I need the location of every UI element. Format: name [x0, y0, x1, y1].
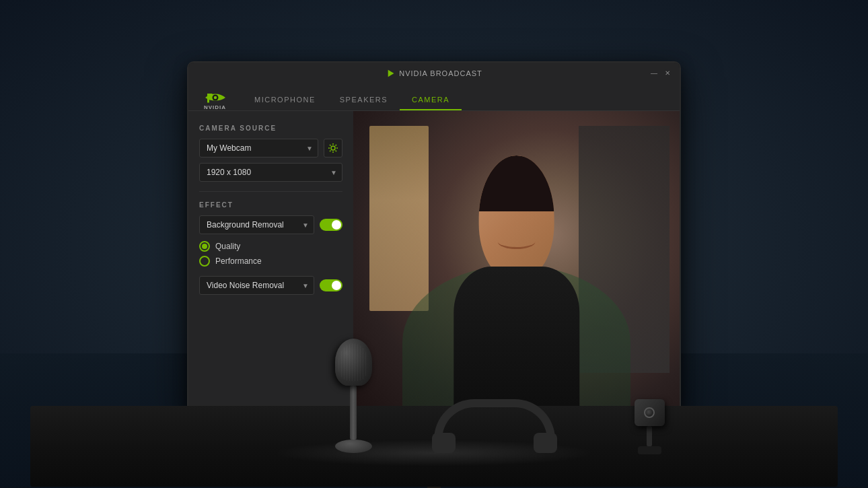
effect2-dropdown-wrapper: Video Noise Removal ▼ [199, 276, 314, 295]
headphones-ear-right [534, 433, 557, 453]
close-button[interactable]: ✕ [663, 69, 672, 77]
app-title: NVIDIA BROADCAST [399, 69, 482, 77]
person-smile [497, 234, 535, 249]
effect1-toggle[interactable] [320, 219, 342, 231]
effect2-toggle-knob [332, 281, 341, 290]
effect1-toggle-knob [332, 220, 341, 230]
effect2-dropdown[interactable]: Video Noise Removal [199, 276, 314, 295]
quality-radio-option[interactable]: Quality [199, 241, 342, 252]
camera-settings-button[interactable] [324, 139, 342, 158]
nvidia-logo-text: NVIDIA [204, 104, 226, 110]
mic-head [335, 339, 372, 386]
microphone-accessory [326, 339, 380, 473]
headset-band [478, 155, 554, 186]
title-bar: NVIDIA BROADCAST — ✕ [188, 63, 680, 84]
app-header: MICROPHONE SPEAKERS CAMERA [188, 84, 680, 111]
svg-marker-0 [388, 69, 394, 77]
camera-source-row: My Webcam ▼ [199, 139, 342, 158]
settings-icon [328, 143, 338, 153]
svg-point-3 [331, 146, 335, 150]
performance-radio-option[interactable]: Performance [199, 256, 342, 267]
quality-radio-label: Quality [215, 242, 240, 251]
resolution-dropdown[interactable]: 1920 x 1080 [199, 163, 342, 182]
effect2-row: Video Noise Removal ▼ [199, 276, 342, 295]
effect-label: EFFECT [199, 201, 342, 209]
quality-radio-circle [199, 241, 210, 252]
effect2-toggle[interactable] [320, 279, 342, 291]
person-body [454, 267, 579, 419]
mic-body [350, 386, 357, 440]
performance-radio-label: Performance [215, 256, 262, 266]
tab-camera[interactable]: CAMERA [400, 90, 462, 110]
camera-feed [353, 111, 680, 419]
person-head [478, 155, 554, 280]
scene-container: NVIDIA BROADCAST — ✕ NVIDIA MIC [131, 36, 737, 453]
nvidia-broadcast-icon [386, 69, 395, 78]
headphones-accessory [427, 399, 562, 466]
tab-microphone[interactable]: MICROPHONE [242, 90, 328, 110]
webcam-stand [647, 426, 652, 446]
mic-base [335, 440, 372, 453]
app-content: CAMERA SOURCE My Webcam ▼ [188, 111, 680, 419]
effect1-row: Background Removal ▼ [199, 215, 342, 234]
webcam-accessory [629, 399, 670, 460]
webcam-dropdown-wrapper: My Webcam ▼ [199, 139, 318, 158]
effect1-dropdown-wrapper: Background Removal ▼ [199, 215, 314, 234]
headphones-band [434, 399, 555, 440]
webcam-lens [644, 407, 655, 418]
nvidia-logo: NVIDIA [196, 84, 233, 114]
resolution-dropdown-wrapper: 1920 x 1080 ▼ [199, 163, 342, 182]
window-controls: — ✕ [650, 69, 672, 77]
monitor: NVIDIA BROADCAST — ✕ NVIDIA MIC [188, 63, 680, 419]
bg-window [369, 126, 428, 311]
quality-radio-group: Quality Performance [199, 241, 342, 267]
camera-source-label: CAMERA SOURCE [199, 125, 342, 132]
title-bar-center: NVIDIA BROADCAST [386, 69, 482, 78]
divider-1 [199, 191, 342, 192]
app-window: NVIDIA BROADCAST — ✕ NVIDIA MIC [188, 63, 680, 419]
tab-speakers[interactable]: SPEAKERS [328, 90, 400, 110]
camera-preview [353, 111, 680, 419]
webcam-body [635, 399, 665, 426]
webcam-dropdown[interactable]: My Webcam [199, 139, 318, 158]
person-silhouette [427, 141, 606, 419]
svg-point-2 [213, 96, 217, 99]
performance-radio-circle [199, 256, 210, 267]
nvidia-eye-icon [205, 88, 225, 103]
effect1-dropdown[interactable]: Background Removal [199, 215, 314, 234]
headphones-ear-left [432, 433, 456, 453]
minimize-button[interactable]: — [650, 69, 658, 77]
webcam-foot [638, 446, 661, 454]
